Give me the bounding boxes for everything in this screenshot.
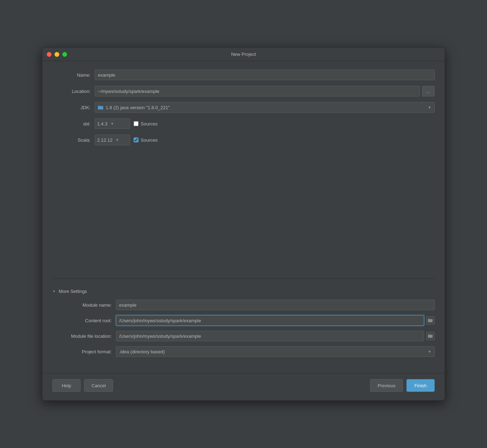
module-file-browse-button[interactable] [426, 332, 435, 340]
content-root-field-group [116, 315, 435, 326]
scala-controls: 2.12.12 ▼ Sources [95, 135, 158, 145]
content-root-browse-button[interactable] [426, 316, 435, 325]
footer: Help Cancel Previous Finish [42, 373, 445, 400]
folder-browse-icon [428, 318, 433, 323]
finish-button[interactable]: Finish [406, 379, 435, 392]
more-settings-header[interactable]: ▼ More Settings [52, 289, 435, 294]
jdk-dropdown-arrow: ▼ [428, 105, 432, 110]
sbt-label: sbt: [52, 121, 95, 126]
close-button[interactable] [47, 52, 52, 57]
footer-left-buttons: Help Cancel [52, 379, 113, 392]
module-file-location-field-group [116, 331, 435, 341]
traffic-lights [47, 52, 67, 57]
more-settings-label: More Settings [59, 289, 87, 294]
project-format-row: Project format: .idea (directory based) … [52, 346, 435, 357]
previous-button[interactable]: Previous [370, 379, 403, 392]
scala-version-dropdown[interactable]: 2.12.12 ▼ [95, 135, 130, 145]
module-file-location-label: Module file location: [52, 334, 116, 339]
svg-rect-3 [428, 335, 433, 338]
location-input[interactable] [95, 86, 420, 96]
sbt-sources-checkbox-label[interactable]: Sources [134, 121, 158, 126]
more-settings-content: Module name: Content root: [52, 300, 435, 357]
name-row: Name: [52, 70, 435, 80]
new-project-window: New Project Name: Location: ... JDK: [42, 47, 445, 401]
sbt-sources-label: Sources [141, 121, 158, 126]
sbt-row: sbt: 1.4.3 ▼ Sources [52, 118, 435, 129]
scala-version-arrow: ▼ [115, 138, 119, 142]
module-name-input[interactable] [116, 300, 435, 310]
project-format-arrow-icon: ▼ [428, 349, 432, 354]
project-format-dropdown[interactable]: .idea (directory based) ▼ [116, 346, 435, 357]
collapse-arrow-icon: ▼ [52, 289, 56, 293]
sbt-version-value: 1.4.3 [97, 121, 107, 126]
project-format-label: Project format: [52, 349, 116, 354]
content-root-row: Content root: [52, 315, 435, 326]
section-divider [52, 278, 435, 279]
name-label: Name: [52, 72, 95, 78]
location-field-group: ... [95, 86, 435, 96]
sbt-version-arrow: ▼ [110, 122, 114, 126]
cancel-button[interactable]: Cancel [84, 379, 113, 392]
location-row: Location: ... [52, 86, 435, 96]
sbt-version-dropdown[interactable]: 1.4.3 ▼ [95, 118, 130, 129]
sbt-sources-checkbox[interactable] [134, 121, 139, 126]
project-format-value: .idea (directory based) [119, 349, 165, 354]
scala-label: Scala: [52, 137, 95, 143]
module-file-location-input[interactable] [116, 331, 424, 341]
minimize-button[interactable] [54, 52, 59, 57]
svg-rect-1 [99, 107, 102, 109]
module-name-label: Module name: [52, 302, 116, 308]
content-root-label: Content root: [52, 318, 116, 323]
jdk-dropdown[interactable]: 1.8 (2) java version "1.8.0_221" ▼ [95, 102, 435, 113]
module-name-row: Module name: [52, 300, 435, 310]
scala-sources-label: Sources [141, 137, 158, 143]
scala-sources-checkbox[interactable] [134, 137, 139, 142]
scala-version-value: 2.12.12 [97, 137, 112, 143]
name-input[interactable] [95, 70, 435, 80]
location-label: Location: [52, 89, 95, 94]
jdk-folder-icon [98, 105, 104, 110]
titlebar: New Project [42, 48, 445, 61]
more-settings-section: ▼ More Settings Module name: Content roo… [52, 289, 435, 362]
content-root-input[interactable] [116, 315, 424, 326]
scala-sources-checkbox-label[interactable]: Sources [134, 137, 158, 143]
window-title: New Project [231, 52, 256, 57]
jdk-row: JDK: 1.8 (2) java version "1.8.0_221" ▼ [52, 102, 435, 113]
svg-rect-2 [428, 319, 433, 322]
jdk-value: 1.8 (2) java version "1.8.0_221" [106, 105, 170, 110]
sbt-controls: 1.4.3 ▼ Sources [95, 118, 158, 129]
location-browse-button[interactable]: ... [422, 86, 435, 96]
footer-right-buttons: Previous Finish [370, 379, 435, 392]
scala-row: Scala: 2.12.12 ▼ Sources [52, 135, 435, 145]
jdk-label: JDK: [52, 105, 95, 110]
main-content: Name: Location: ... JDK: 1.8 (2) java ve… [42, 61, 445, 370]
maximize-button[interactable] [62, 52, 67, 57]
help-button[interactable]: Help [52, 379, 81, 392]
module-folder-browse-icon [428, 334, 433, 338]
spacer [52, 151, 435, 276]
module-file-location-row: Module file location: [52, 331, 435, 341]
